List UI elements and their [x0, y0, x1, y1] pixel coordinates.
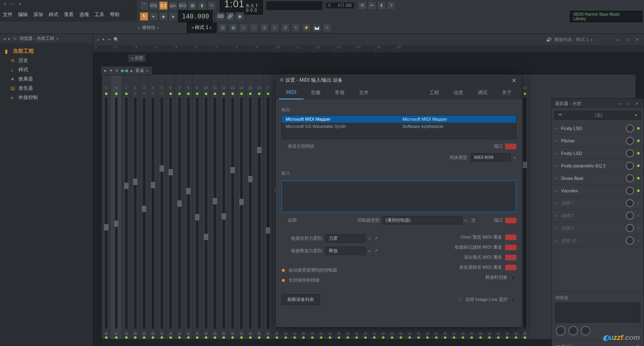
time-sig-btn[interactable]: 3.2 [159, 1, 168, 10]
ctrl-help-btn[interactable]: ? [470, 217, 477, 224]
cr-play[interactable]: ▸ [104, 68, 107, 73]
sustain-toggle[interactable] [281, 278, 285, 282]
tree-root[interactable]: ▮当前工程 [3, 46, 90, 56]
tree-item[interactable]: ✦效果器 [3, 74, 90, 84]
tree-item[interactable]: ⟲历史 [3, 56, 90, 65]
mixer-track[interactable]: 7 [175, 74, 184, 339]
fx-enable-led[interactable] [637, 239, 640, 242]
fx-slot[interactable]: ▸Pitcher [552, 135, 644, 147]
tempo-tap-btn[interactable]: ⏲ [270, 23, 279, 32]
enable-input-toggle[interactable] [281, 218, 285, 222]
fx-mix-knob[interactable] [626, 199, 634, 207]
fx-slot[interactable]: ▸Vocodex [552, 185, 644, 197]
channel-rack-header[interactable]: ◂ 全部 [128, 54, 146, 62]
mixer-track[interactable]: 13 [228, 74, 237, 339]
close-icon[interactable]: ✕ [16, 0, 23, 7]
mixer-track[interactable]: 8 [184, 74, 193, 339]
tree-item[interactable]: ⎆外接控制 [3, 93, 90, 102]
metronome-btn[interactable]: Ш+ [169, 1, 178, 10]
playlist-min[interactable]: — [614, 36, 621, 43]
browser-btn[interactable]: ⊞ [260, 23, 269, 32]
menu-icon[interactable]: ≡ [2, 0, 9, 7]
fx-slot[interactable]: ▸Fruity LSD [552, 147, 644, 160]
eq-low-knob[interactable] [556, 326, 566, 336]
fx-slot[interactable]: ▸插槽 10 [552, 235, 644, 247]
input-port-selector[interactable] [505, 218, 516, 223]
fx-mix-knob[interactable] [626, 174, 634, 182]
mixer-track[interactable]: 14 [237, 74, 246, 339]
menu-选项[interactable]: 选项 [76, 10, 92, 20]
mixer-track[interactable]: 2 [131, 74, 140, 339]
menu-查看[interactable]: 查看 [61, 10, 76, 20]
snap-btn[interactable]: ⌒ [140, 1, 149, 10]
mixer-track[interactable]: 16 [255, 74, 264, 339]
playlist-tool-2[interactable]: ✂ [107, 37, 111, 42]
render-btn[interactable]: ⬇ [377, 1, 386, 10]
minimize-icon[interactable]: — [9, 0, 16, 7]
fx-mix-knob[interactable] [626, 162, 634, 170]
playlist-close[interactable]: ✕ [634, 36, 641, 43]
mixer-track[interactable]: 6 [166, 74, 175, 339]
gen-mute-channel[interactable] [505, 265, 516, 270]
settings-tab-文件[interactable]: 文件 [352, 86, 376, 99]
mixer-track[interactable]: 4 [149, 74, 157, 339]
il-remote-toggle[interactable] [511, 297, 516, 303]
mixer-out-selector[interactable]: ⮕ Out 1 [556, 344, 572, 346]
fx-mix-knob[interactable] [626, 224, 634, 232]
cr-compact[interactable]: 紧凑 [135, 68, 144, 74]
mixer-track[interactable]: 3 [140, 74, 149, 339]
cr-bird[interactable]: ✈ [115, 68, 119, 73]
playlist-tool-3[interactable]: 🔍 [114, 37, 119, 42]
midi-input-list[interactable] [281, 180, 516, 212]
release-switch-toggle[interactable] [511, 275, 516, 280]
snap-btn-2[interactable]: Ш◎ [149, 1, 158, 10]
playlist-max[interactable]: □ [624, 36, 631, 43]
save-btn[interactable]: ✂ [367, 1, 376, 10]
fx-slot[interactable]: ▸插槽 9 [552, 222, 644, 235]
eq-display[interactable] [555, 303, 640, 323]
song-jump-channel[interactable] [505, 245, 516, 250]
fx-slot[interactable]: ▸插槽 7 [552, 197, 644, 210]
omni-channel[interactable] [505, 235, 516, 240]
typing-kbd-btn[interactable]: ⌨ [216, 12, 225, 21]
fx-enable-led[interactable] [637, 177, 640, 179]
settings-tab-MIDI[interactable]: MIDI [279, 86, 303, 99]
fx-slot[interactable]: ▸Gross Beat [552, 172, 644, 185]
wave-btn[interactable]: ∿ [207, 1, 216, 10]
play-btn[interactable]: ▸ [149, 12, 158, 21]
tool-btn-2[interactable]: ⚡ [302, 23, 311, 32]
midi-output-list[interactable]: Microsoft MIDI MapperMicrosoft MIDI Mapp… [281, 115, 516, 139]
fx-mix-knob[interactable] [626, 149, 634, 157]
tree-item[interactable]: Ш发生器 [3, 84, 90, 93]
dialog-close-btn[interactable]: ✕ [510, 77, 518, 84]
menu-编辑[interactable]: 编辑 [15, 10, 31, 20]
settings-tab-工程[interactable]: 工程 [422, 86, 446, 99]
fx-enable-led[interactable] [637, 189, 640, 192]
fx-enable-led[interactable] [637, 140, 640, 142]
output-port-selector[interactable] [505, 144, 516, 149]
overdub-btn[interactable]: ◗ [198, 1, 206, 10]
link-rel-curve[interactable]: ↗ [374, 248, 378, 253]
mixer-min[interactable]: — [616, 100, 623, 107]
tree-item[interactable]: ♪样式 [3, 65, 90, 74]
browser-fwd-btn[interactable]: ▸ [8, 36, 10, 41]
midi-output-row[interactable]: Microsoft GS Wavetable SynthSoftware syn… [282, 123, 516, 130]
eq-high-knob[interactable] [581, 326, 590, 336]
close-all-btn[interactable]: ✕ [323, 23, 332, 32]
fx-enable-led[interactable] [637, 127, 640, 130]
mixer-track[interactable]: 12 [219, 74, 228, 339]
settings-tab-常规[interactable]: 常规 [328, 86, 352, 99]
mixer-track[interactable]: C [102, 74, 111, 339]
tool-btn-1[interactable]: ✦ [291, 23, 300, 32]
count-btn[interactable]: Ш◎ [178, 1, 187, 10]
settings-tab-信息[interactable]: 信息 [446, 86, 471, 99]
fx-enable-led[interactable] [637, 214, 640, 217]
piano-roll-btn[interactable]: ▦ [229, 23, 237, 32]
help-btn[interactable]: ? [387, 1, 396, 10]
pattern-mode-btn[interactable]: ↻ [140, 12, 149, 21]
midi-output-row[interactable]: Microsoft MIDI MapperMicrosoft MIDI Mapp… [282, 115, 516, 123]
refresh-devices-btn[interactable]: 刷新设备列表 [281, 294, 320, 305]
perf-channel[interactable] [505, 255, 516, 260]
fx-enable-led[interactable] [637, 227, 640, 229]
record-btn[interactable]: ● [169, 12, 178, 21]
